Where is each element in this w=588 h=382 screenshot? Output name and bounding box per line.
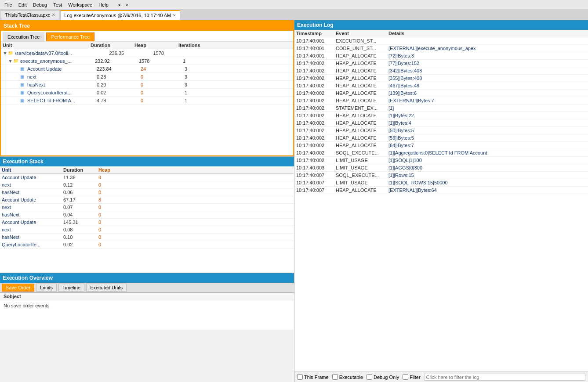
tab-test-class[interactable]: ThisIsTestClass.apxc ✕	[1, 10, 59, 20]
tab-timeline[interactable]: Timeline	[58, 284, 84, 292]
log-event: CODE_UNIT_ST...	[336, 46, 388, 51]
log-row[interactable]: 10:17:40:002 SOQL_EXECUTE... [1]|Aggrega…	[294, 149, 588, 157]
stack-row[interactable]: Account Update 11.36 8	[0, 174, 294, 181]
log-row[interactable]: 10:17:40:002 LIMIT_USAGE [1]|SOQL|1|100	[294, 157, 588, 164]
log-row[interactable]: 10:17:40:002 STATEMENT_EX... [1]	[294, 105, 588, 112]
stack-col-duration: Duration	[63, 167, 98, 173]
overview-tabs: Save Order Limits Timeline Executed Unit…	[0, 283, 294, 293]
log-row[interactable]: 10:17:40:002 HEAP_ALLOCATE [50]|Bytes:5	[294, 127, 588, 134]
log-row[interactable]: 10:17:40:002 HEAP_ALLOCATE [56]|Bytes:5	[294, 134, 588, 142]
tree-row[interactable]: ▦ SELECT Id FROM A... 4.78 0 1	[1, 97, 293, 105]
log-details: [1]|SOQL_ROWS|15|50000	[388, 180, 586, 185]
stack-unit: QueryLocatorIte...	[2, 242, 63, 247]
stack-unit: hasNext	[2, 234, 63, 240]
log-row[interactable]: 10:17:40:002 HEAP_ALLOCATE [1]|Bytes:4	[294, 119, 588, 127]
nav-prev[interactable]: <	[116, 1, 123, 8]
log-row[interactable]: 10:17:40:007 HEAP_ALLOCATE [EXTERNAL]|By…	[294, 187, 588, 194]
checkbox-executable[interactable]: Executable	[332, 374, 363, 380]
menu-file[interactable]: File	[2, 1, 15, 8]
doc-icon: ▦	[20, 98, 27, 103]
stack-unit: hasNext	[2, 212, 63, 217]
tree-iterations: 1	[185, 98, 291, 103]
log-row[interactable]: 10:17:40:003 LIMIT_USAGE [1]|AGGS|0|300	[294, 164, 588, 172]
log-row[interactable]: 10:17:40:002 HEAP_ALLOCATE [139]|Bytes:6	[294, 90, 588, 97]
expand-icon[interactable]: ▼	[3, 50, 8, 56]
tab-log-close[interactable]: ✕	[173, 13, 176, 18]
log-row[interactable]: 10:17:40:002 HEAP_ALLOCATE [342]|Bytes:4…	[294, 67, 588, 75]
checkbox-filter[interactable]: Filter	[403, 374, 420, 380]
log-row[interactable]: 10:17:40:002 HEAP_ALLOCATE [355]|Bytes:4…	[294, 75, 588, 82]
log-timestamp: 10:17:40:002	[296, 158, 336, 163]
executable-checkbox[interactable]	[332, 374, 338, 380]
tab-save-order[interactable]: Save Order	[2, 284, 34, 292]
stack-row[interactable]: Account Update 67.17 8	[0, 196, 294, 204]
stack-row[interactable]: hasNext 0.10 0	[0, 234, 294, 241]
stack-heap: 0	[98, 205, 134, 210]
log-row[interactable]: 10:17:40:007 LIMIT_USAGE [1]|SOQL_ROWS|1…	[294, 179, 588, 187]
left-panel: Stack Tree Execution Tree Performance Tr…	[0, 20, 294, 382]
main-content: Stack Tree Execution Tree Performance Tr…	[0, 20, 588, 382]
tree-row[interactable]: ▦ Account Update 223.84 24 3	[1, 65, 293, 73]
menu-workspace[interactable]: Workspace	[65, 1, 95, 8]
stack-tree-header: Stack Tree	[1, 21, 293, 31]
log-row[interactable]: 10:17:40:002 HEAP_ALLOCATE [77]|Bytes:15…	[294, 60, 588, 67]
menu-test[interactable]: Test	[51, 1, 65, 8]
this-frame-checkbox[interactable]	[297, 374, 303, 380]
nav-next[interactable]: >	[123, 1, 130, 8]
checkbox-debug-only[interactable]: Debug Only	[367, 374, 399, 380]
stack-row[interactable]: next 0.12 0	[0, 181, 294, 189]
stack-row[interactable]: hasNext 0.06 0	[0, 189, 294, 196]
expand-icon[interactable]: ▼	[8, 58, 13, 64]
tab-limits[interactable]: Limits	[36, 284, 57, 292]
tree-row[interactable]: ▼ 📁 /services/data/v37.0/tooli... 236.35…	[1, 49, 293, 57]
doc-icon: ▦	[20, 74, 27, 79]
menu-debug[interactable]: Debug	[30, 1, 50, 8]
stack-row[interactable]: hasNext 0.04 0	[0, 211, 294, 219]
log-details: [EXTERNAL]|execute_anonymous_apex	[388, 46, 586, 51]
log-event: HEAP_ALLOCATE	[336, 76, 388, 81]
debug-only-checkbox[interactable]	[367, 374, 372, 380]
tree-row[interactable]: ▦ next 0.28 0 3	[1, 73, 293, 81]
stack-row[interactable]: next 0.07 0	[0, 204, 294, 211]
log-row[interactable]: 10:17:40:001 HEAP_ALLOCATE [72]|Bytes:3	[294, 52, 588, 60]
stack-heap: 0	[98, 212, 134, 217]
log-timestamp: 10:17:40:007	[296, 173, 336, 178]
log-row[interactable]: 10:17:40:001 EXECUTION_ST...	[294, 37, 588, 45]
log-row[interactable]: 10:17:40:002 HEAP_ALLOCATE [64]|Bytes:7	[294, 142, 588, 149]
log-details: [77]|Bytes:152	[388, 61, 586, 66]
tree-row[interactable]: ▦ QueryLocatorIterat... 0.02 0 1	[1, 89, 293, 97]
no-save-events-message: No save order events	[0, 300, 294, 311]
menu-edit[interactable]: Edit	[16, 1, 29, 8]
filter-checkbox[interactable]	[403, 374, 408, 380]
log-event: SOQL_EXECUTE...	[336, 173, 388, 178]
stack-row[interactable]: QueryLocatorIte... 0.02 0	[0, 241, 294, 249]
tab-test-class-close[interactable]: ✕	[52, 13, 55, 17]
tab-execution-tree[interactable]: Execution Tree	[3, 32, 44, 41]
log-event: HEAP_ALLOCATE	[336, 61, 388, 66]
stack-column-headers: Unit Duration Heap	[0, 166, 294, 174]
stack-row[interactable]: next 0.08 0	[0, 226, 294, 234]
log-event: HEAP_ALLOCATE	[336, 98, 388, 103]
log-details: [72]|Bytes:3	[388, 53, 586, 58]
folder-icon: 📁	[13, 58, 20, 63]
tree-row[interactable]: ▦ hasNext 0.20 0 3	[1, 81, 293, 89]
menu-help[interactable]: Help	[96, 1, 111, 8]
tab-executed-units[interactable]: Executed Units	[86, 284, 127, 292]
stack-duration: 0.10	[63, 234, 98, 240]
tree-row[interactable]: ▼ 📁 execute_anonymous_... 232.92 1578 1	[1, 57, 293, 65]
filter-input[interactable]	[424, 374, 585, 381]
log-row[interactable]: 10:17:40:002 HEAP_ALLOCATE [467]|Bytes:4…	[294, 82, 588, 90]
tree-duration: 0.20	[97, 82, 141, 87]
tab-log[interactable]: Log executeAnonymous @7/6/2016, 10:17:40…	[60, 10, 180, 20]
log-row[interactable]: 10:17:40:002 HEAP_ALLOCATE [1]|Bytes:22	[294, 112, 588, 119]
log-row[interactable]: 10:17:40:002 HEAP_ALLOCATE [EXTERNAL]|By…	[294, 97, 588, 105]
log-timestamp: 10:17:40:002	[296, 83, 336, 88]
checkbox-this-frame[interactable]: This Frame	[297, 374, 329, 380]
log-event: LIMIT_USAGE	[336, 165, 388, 170]
tab-performance-tree[interactable]: Performance Tree	[46, 32, 94, 41]
log-row[interactable]: 10:17:40:007 SOQL_EXECUTE... [1]|Rows:15	[294, 172, 588, 179]
tree-unit: SELECT Id FROM A...	[27, 98, 97, 103]
stack-duration: 0.04	[63, 212, 98, 217]
stack-row[interactable]: Account Update 145.31 8	[0, 219, 294, 226]
log-row[interactable]: 10:17:40:001 CODE_UNIT_ST... [EXTERNAL]|…	[294, 45, 588, 52]
